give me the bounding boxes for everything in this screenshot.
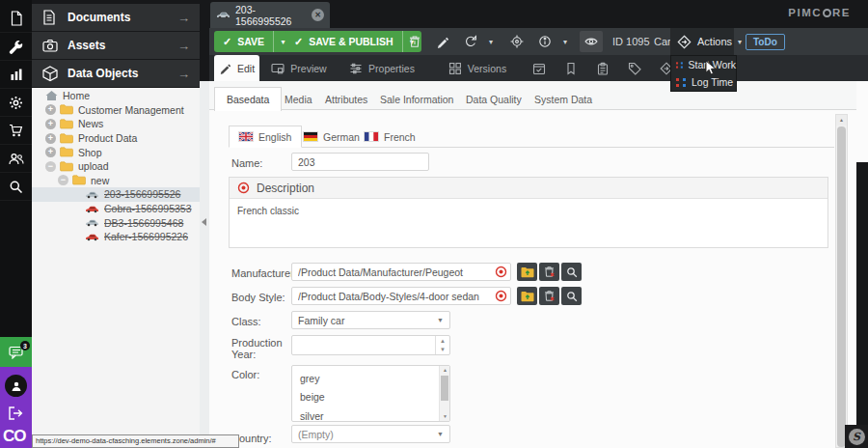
- rename-button[interactable]: [431, 31, 454, 52]
- info-button[interactable]: [533, 31, 556, 52]
- name-input[interactable]: [291, 153, 429, 171]
- manufacturer-input[interactable]: [291, 263, 511, 281]
- tree-item[interactable]: − new: [32, 174, 200, 188]
- tab-sale-information[interactable]: Sale Information: [368, 87, 465, 111]
- color-option[interactable]: grey: [292, 369, 449, 388]
- open-object-tab[interactable]: 203-1566995526 ✕: [210, 2, 330, 28]
- locate-in-tree-button[interactable]: [505, 31, 529, 52]
- country-select[interactable]: (Empty)▼: [291, 425, 450, 443]
- tree-item[interactable]: Kafer-1566995226: [32, 230, 200, 244]
- scroll-up-icon[interactable]: ▲: [836, 115, 847, 126]
- body-style-open-button[interactable]: [517, 287, 537, 305]
- close-tab-icon[interactable]: ✕: [312, 9, 324, 21]
- avatar[interactable]: [5, 375, 27, 397]
- panel-open-arrow[interactable]: →: [177, 11, 190, 25]
- sidebar-panel-documents[interactable]: Documents →: [32, 4, 200, 31]
- lang-tab-french[interactable]: French: [355, 126, 425, 148]
- manufacturer-remove-button[interactable]: [539, 263, 559, 281]
- main-area: 203-1566995526 ✕ PIMCRE ✓SAVE ▾ ✓SAVE & …: [209, 0, 868, 448]
- production-year-spinner[interactable]: ▲▼: [291, 335, 450, 355]
- tree-item-selected[interactable]: 203-1566995526: [32, 187, 200, 202]
- tab-basedata[interactable]: Basedata: [214, 87, 282, 111]
- tab-system-data[interactable]: System Data: [523, 87, 604, 111]
- car-silver-icon: [85, 190, 99, 199]
- tools-icon[interactable]: [0, 33, 32, 61]
- tree-item[interactable]: + News: [32, 117, 200, 131]
- sidebar-splitter[interactable]: [200, 81, 209, 448]
- preview-eye-button[interactable]: [580, 31, 603, 52]
- search-icon[interactable]: [0, 173, 32, 201]
- tree-item[interactable]: + Shop: [32, 145, 200, 159]
- actions-button[interactable]: Actions ▾: [670, 28, 734, 55]
- menu-item-start-work[interactable]: Start Work: [671, 56, 736, 73]
- tree-item[interactable]: Cobra-1566995353: [32, 202, 200, 216]
- manufacturer-open-button[interactable]: [517, 263, 537, 281]
- document-tabstrip: 203-1566995526 ✕ PIMCRE: [209, 0, 868, 28]
- body-style-remove-button[interactable]: [539, 287, 559, 305]
- scroll-down-icon: ▼: [440, 412, 450, 421]
- listbox-scrollbar[interactable]: ▲ ▼: [439, 366, 449, 421]
- lang-tab-english[interactable]: English: [229, 126, 302, 148]
- localized-target-icon: [237, 182, 250, 194]
- file-icon[interactable]: [0, 5, 32, 33]
- expand-toggle[interactable]: +: [45, 133, 56, 144]
- menu-item-log-time[interactable]: Log Time: [671, 73, 736, 91]
- scroll-thumb[interactable]: [837, 126, 846, 447]
- tab-schedule[interactable]: [526, 55, 552, 81]
- collapse-toggle[interactable]: −: [45, 161, 56, 172]
- scroll-thumb[interactable]: [441, 376, 448, 401]
- tab-versions[interactable]: Versions: [438, 55, 517, 81]
- folder-icon: [60, 104, 73, 115]
- tab-tags[interactable]: [621, 55, 647, 81]
- reload-dropdown-arrow[interactable]: ▾: [483, 31, 499, 52]
- tree-item[interactable]: + Customer Management: [32, 103, 200, 118]
- reload-button[interactable]: [459, 31, 482, 52]
- manufacturer-search-button[interactable]: [561, 263, 582, 281]
- ecommerce-cart-icon[interactable]: [0, 117, 32, 145]
- delete-button[interactable]: [403, 31, 426, 52]
- save-publish-button[interactable]: ✓SAVE & PUBLISH ▾: [285, 31, 421, 52]
- save-button[interactable]: ✓SAVE ▾: [214, 31, 292, 52]
- expand-toggle[interactable]: +: [45, 104, 56, 115]
- description-editor[interactable]: French classic: [230, 199, 827, 247]
- content-scrollbar[interactable]: ▲: [835, 114, 848, 448]
- workflow-status-badge[interactable]: ToDo: [746, 34, 785, 50]
- symfony-profiler-badge[interactable]: S: [845, 425, 868, 448]
- expand-toggle[interactable]: +: [45, 119, 56, 129]
- tab-data-quality[interactable]: Data Quality: [454, 87, 533, 111]
- collapse-sidebar-arrow[interactable]: [202, 218, 206, 226]
- trash-remove-icon: [543, 266, 556, 278]
- sidebar-panel-assets[interactable]: Assets →: [32, 32, 200, 59]
- tab-notes[interactable]: [557, 55, 583, 81]
- tree-item[interactable]: DB3-1566995468: [32, 215, 200, 230]
- users-icon[interactable]: [0, 145, 32, 173]
- reports-icon[interactable]: [0, 61, 32, 89]
- color-option[interactable]: beige: [292, 388, 449, 407]
- info-dropdown-arrow[interactable]: ▾: [557, 31, 573, 52]
- settings-gear-icon[interactable]: [0, 89, 32, 117]
- right-collapsed-panel[interactable]: [856, 162, 868, 448]
- color-listbox[interactable]: grey beige silver ▲ ▼: [291, 365, 450, 422]
- body-style-search-button[interactable]: [561, 287, 582, 305]
- chat-section[interactable]: 3: [0, 337, 32, 367]
- spinner-arrows[interactable]: ▲▼: [435, 336, 449, 354]
- tab-edit[interactable]: Edit: [214, 55, 259, 81]
- tab-properties[interactable]: Properties: [339, 55, 425, 81]
- tab-reports[interactable]: [589, 55, 615, 81]
- panel-open-arrow[interactable]: →: [177, 39, 190, 53]
- collapse-toggle[interactable]: −: [58, 175, 68, 185]
- color-option[interactable]: silver: [292, 406, 449, 422]
- class-select[interactable]: Family car▼: [291, 311, 450, 329]
- sidebar-panel-data-objects[interactable]: Data Objects →: [32, 60, 200, 87]
- tree-item-home[interactable]: Home: [32, 89, 200, 103]
- tree-item[interactable]: + Product Data: [32, 131, 200, 146]
- spin-up-icon: ▲: [440, 338, 446, 344]
- car-silver-icon: [85, 218, 99, 227]
- panel-open-arrow[interactable]: →: [177, 67, 190, 81]
- logout-icon[interactable]: [8, 406, 24, 421]
- body-style-input[interactable]: [291, 287, 511, 305]
- tree-item[interactable]: − upload: [32, 159, 200, 174]
- expand-toggle[interactable]: +: [45, 147, 56, 157]
- tab-preview[interactable]: Preview: [263, 55, 335, 81]
- description-header[interactable]: Description: [230, 178, 827, 199]
